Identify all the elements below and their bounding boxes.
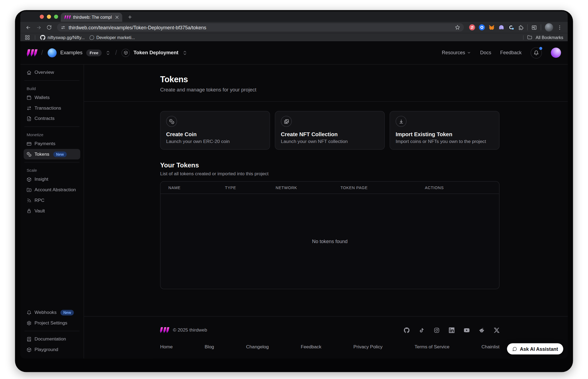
sidebar-item-label: Insight bbox=[34, 177, 48, 182]
close-tab-icon[interactable] bbox=[114, 15, 120, 20]
bell-icon bbox=[534, 50, 539, 55]
card-description: Launch your own ERC-20 coin bbox=[166, 139, 264, 144]
extension-icon-red[interactable] bbox=[469, 24, 475, 30]
x-icon[interactable] bbox=[494, 327, 500, 333]
github-icon[interactable] bbox=[404, 327, 410, 333]
sidebar-section-monetize: Monetize bbox=[24, 129, 80, 138]
footer-link-feedback[interactable]: Feedback bbox=[301, 344, 321, 349]
extension-icon-clock[interactable] bbox=[508, 24, 514, 30]
column-header-network: NETWORK bbox=[276, 185, 340, 190]
all-bookmarks[interactable]: All Bookmarks bbox=[523, 35, 563, 40]
new-tab-button[interactable] bbox=[125, 12, 134, 21]
bookmark-star-icon[interactable] bbox=[455, 25, 460, 30]
project-name[interactable]: Token Deployment bbox=[133, 50, 178, 56]
project-switcher-icon[interactable] bbox=[182, 50, 187, 55]
sidebar-item-transactions[interactable]: Transactions bbox=[24, 103, 80, 113]
window-controls bbox=[40, 15, 58, 19]
sidebar-item-overview[interactable]: Overview bbox=[24, 67, 80, 78]
side-panel-icon[interactable] bbox=[531, 25, 537, 30]
close-window-button[interactable] bbox=[40, 15, 44, 19]
footer-links: Home Blog Changelog Feedback Privacy Pol… bbox=[160, 344, 499, 359]
footer-link-terms-of-service[interactable]: Terms of Service bbox=[415, 344, 450, 349]
footer-link-changelog[interactable]: Changelog bbox=[246, 344, 269, 349]
bookmark-niftyswap[interactable]: niftyswap.gg/Nifty... bbox=[40, 35, 85, 40]
sidebar-item-playground[interactable]: Playground bbox=[24, 344, 80, 355]
sidebar-item-tokens[interactable]: Tokens New bbox=[24, 149, 80, 160]
ask-ai-label: Ask AI Assistant bbox=[520, 346, 558, 352]
sidebar-item-webhooks[interactable]: Webhooks New bbox=[24, 307, 80, 318]
resources-menu[interactable]: Resources bbox=[442, 50, 471, 56]
tiktok-icon[interactable] bbox=[419, 327, 424, 333]
address-bar[interactable]: thirdweb.com/team/examples/Token-Deploym… bbox=[57, 23, 464, 31]
credit-card-icon bbox=[27, 141, 31, 146]
reddit-icon[interactable] bbox=[479, 327, 485, 333]
chat-icon bbox=[512, 346, 517, 351]
url-text[interactable]: thirdweb.com/team/examples/Token-Deploym… bbox=[69, 25, 452, 30]
phantom-extension-icon[interactable] bbox=[498, 24, 504, 30]
footer-link-chainlist[interactable]: Chainlist bbox=[481, 344, 499, 349]
coins-icon bbox=[166, 116, 177, 127]
toolbar-divider bbox=[541, 24, 541, 30]
account-avatar[interactable] bbox=[551, 48, 561, 58]
sidebar-item-account-abstraction[interactable]: Account Abstraction bbox=[24, 184, 80, 195]
zoom-window-button[interactable] bbox=[54, 15, 58, 19]
instagram-icon[interactable] bbox=[434, 327, 440, 333]
sidebar-divider bbox=[24, 126, 79, 127]
browser-menu-icon[interactable] bbox=[557, 25, 563, 30]
all-bookmarks-label: All Bookmarks bbox=[536, 35, 563, 40]
sidebar-item-label: Tokens bbox=[34, 152, 49, 157]
sidebar-item-contracts[interactable]: Contracts bbox=[24, 113, 80, 124]
package-icon bbox=[27, 177, 31, 182]
extensions-puzzle-icon[interactable] bbox=[518, 25, 523, 30]
sidebar-item-vault[interactable]: Vault bbox=[24, 206, 80, 216]
home-icon bbox=[27, 70, 31, 75]
lock-icon bbox=[27, 208, 31, 213]
sidebar-item-project-settings[interactable]: Project Settings bbox=[24, 318, 80, 328]
metamask-extension-icon[interactable] bbox=[489, 24, 495, 30]
plus-icon bbox=[127, 14, 132, 19]
browser-tab[interactable]: thirdweb: The complete web3 bbox=[61, 13, 122, 22]
app-body: Overview Build Wallets Transactions Co bbox=[20, 65, 568, 359]
tab-title: thirdweb: The complete web3 bbox=[73, 15, 112, 20]
back-button[interactable] bbox=[23, 23, 33, 32]
sidebar-item-wallets[interactable]: Wallets bbox=[24, 92, 80, 103]
minimize-window-button[interactable] bbox=[47, 15, 51, 19]
sidebar-bottom: Webhooks New Project Settings Documentat… bbox=[24, 307, 80, 355]
forward-icon bbox=[36, 25, 41, 30]
back-icon bbox=[25, 25, 31, 30]
docs-link[interactable]: Docs bbox=[480, 50, 491, 56]
rss-icon bbox=[27, 198, 31, 203]
sidebar-item-payments[interactable]: Payments bbox=[24, 138, 80, 149]
create-nft-collection-card[interactable]: Create NFT Collection Launch your own NF… bbox=[275, 111, 385, 149]
extension-icon-blue[interactable] bbox=[479, 24, 485, 30]
contract-file-icon bbox=[27, 116, 31, 121]
sidebar-item-documentation[interactable]: Documentation bbox=[24, 334, 80, 345]
team-switcher-icon[interactable] bbox=[106, 50, 111, 55]
footer-link-blog[interactable]: Blog bbox=[205, 344, 214, 349]
thirdweb-favicon bbox=[65, 15, 71, 19]
create-coin-card[interactable]: Create Coin Launch your own ERC-20 coin bbox=[160, 111, 270, 149]
browser-profile-avatar[interactable] bbox=[545, 23, 553, 31]
sidebar-item-insight[interactable]: Insight bbox=[24, 174, 80, 185]
footer-link-privacy-policy[interactable]: Privacy Policy bbox=[353, 344, 383, 349]
site-settings-icon[interactable] bbox=[61, 25, 66, 30]
extensions-area bbox=[467, 23, 565, 31]
sidebar-item-label: Contracts bbox=[34, 116, 55, 121]
sidebar-item-label: Webhooks bbox=[34, 310, 56, 315]
bookmark-developer-marketing[interactable]: Developer marketi... bbox=[90, 35, 135, 40]
apps-grid-icon[interactable] bbox=[25, 35, 30, 40]
reload-button[interactable] bbox=[44, 23, 54, 32]
ask-ai-assistant-button[interactable]: Ask AI Assistant bbox=[507, 343, 563, 354]
youtube-icon[interactable] bbox=[464, 327, 469, 333]
notifications-button[interactable] bbox=[531, 47, 542, 58]
download-icon bbox=[396, 116, 407, 127]
import-existing-token-card[interactable]: Import Existing Token Import coins or NF… bbox=[390, 111, 500, 149]
feedback-link[interactable]: Feedback bbox=[500, 50, 522, 56]
sidebar-item-label: Documentation bbox=[34, 336, 66, 342]
sidebar-item-rpc[interactable]: RPC bbox=[24, 195, 80, 206]
thirdweb-logo[interactable] bbox=[27, 49, 37, 56]
team-name[interactable]: Examples bbox=[60, 50, 82, 56]
linkedin-icon[interactable] bbox=[449, 327, 455, 333]
forward-button[interactable] bbox=[34, 23, 43, 32]
footer-link-home[interactable]: Home bbox=[160, 344, 172, 349]
